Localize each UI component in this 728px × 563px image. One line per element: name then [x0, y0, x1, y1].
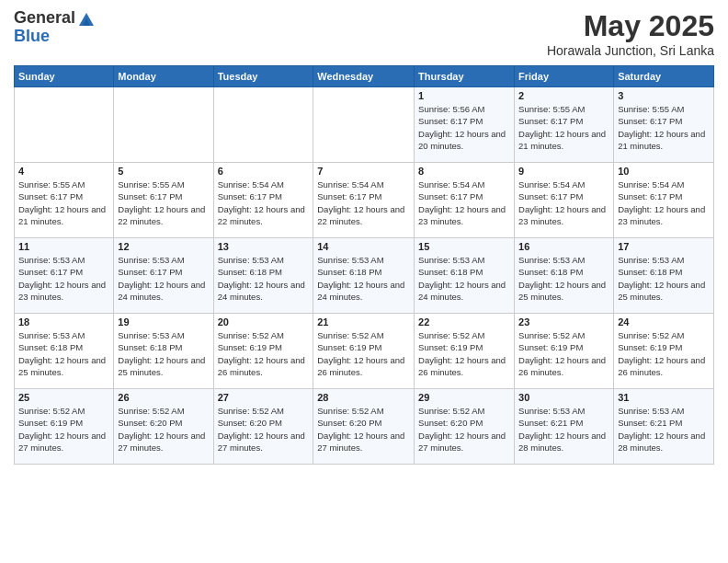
calendar-table: Sunday Monday Tuesday Wednesday Thursday… — [14, 65, 714, 465]
header-saturday: Saturday — [614, 66, 714, 87]
table-row: 18Sunrise: 5:53 AM Sunset: 6:18 PM Dayli… — [15, 314, 114, 389]
table-row: 26Sunrise: 5:52 AM Sunset: 6:20 PM Dayli… — [114, 389, 213, 465]
header-tuesday: Tuesday — [213, 66, 313, 87]
day-info: Sunrise: 5:52 AM Sunset: 6:19 PM Dayligh… — [317, 329, 410, 378]
day-info: Sunrise: 5:52 AM Sunset: 6:19 PM Dayligh… — [18, 405, 109, 454]
day-number: 30 — [518, 392, 609, 403]
logo-text: General Blue — [14, 9, 96, 46]
table-row: 2Sunrise: 5:55 AM Sunset: 6:17 PM Daylig… — [515, 87, 614, 163]
title-block: May 2025 Horawala Junction, Sri Lanka — [547, 9, 714, 58]
day-number: 26 — [118, 392, 209, 403]
day-info: Sunrise: 5:52 AM Sunset: 6:20 PM Dayligh… — [218, 405, 310, 454]
day-number: 13 — [218, 241, 310, 252]
day-info: Sunrise: 5:53 AM Sunset: 6:18 PM Dayligh… — [18, 329, 109, 378]
day-info: Sunrise: 5:54 AM Sunset: 6:17 PM Dayligh… — [317, 178, 410, 227]
table-row: 5Sunrise: 5:55 AM Sunset: 6:17 PM Daylig… — [114, 163, 213, 238]
day-info: Sunrise: 5:53 AM Sunset: 6:17 PM Dayligh… — [118, 254, 209, 303]
table-row — [213, 87, 313, 163]
day-number: 22 — [418, 316, 510, 327]
table-row: 14Sunrise: 5:53 AM Sunset: 6:18 PM Dayli… — [313, 238, 415, 314]
day-number: 9 — [518, 166, 609, 177]
table-row: 8Sunrise: 5:54 AM Sunset: 6:17 PM Daylig… — [415, 163, 515, 238]
page: General Blue May 2025 Horawala Junction,… — [0, 0, 728, 563]
day-number: 18 — [18, 316, 109, 327]
table-row: 6Sunrise: 5:54 AM Sunset: 6:17 PM Daylig… — [213, 163, 313, 238]
table-row: 16Sunrise: 5:53 AM Sunset: 6:18 PM Dayli… — [515, 238, 614, 314]
day-number: 31 — [618, 392, 710, 403]
calendar-week-row: 1Sunrise: 5:56 AM Sunset: 6:17 PM Daylig… — [15, 87, 714, 163]
table-row: 27Sunrise: 5:52 AM Sunset: 6:20 PM Dayli… — [213, 389, 313, 465]
logo-blue: Blue — [14, 28, 96, 46]
day-number: 3 — [618, 90, 710, 101]
day-number: 7 — [317, 166, 410, 177]
day-info: Sunrise: 5:55 AM Sunset: 6:17 PM Dayligh… — [618, 103, 710, 152]
table-row: 11Sunrise: 5:53 AM Sunset: 6:17 PM Dayli… — [15, 238, 114, 314]
day-number: 15 — [418, 241, 510, 252]
table-row: 28Sunrise: 5:52 AM Sunset: 6:20 PM Dayli… — [313, 389, 415, 465]
table-row: 22Sunrise: 5:52 AM Sunset: 6:19 PM Dayli… — [415, 314, 515, 389]
day-number: 23 — [518, 316, 609, 327]
day-info: Sunrise: 5:53 AM Sunset: 6:18 PM Dayligh… — [118, 329, 209, 378]
subtitle: Horawala Junction, Sri Lanka — [547, 43, 714, 58]
header-wednesday: Wednesday — [313, 66, 415, 87]
day-number: 16 — [518, 241, 609, 252]
day-info: Sunrise: 5:54 AM Sunset: 6:17 PM Dayligh… — [418, 178, 510, 227]
day-info: Sunrise: 5:52 AM Sunset: 6:20 PM Dayligh… — [317, 405, 410, 454]
day-number: 10 — [618, 166, 710, 177]
day-number: 17 — [618, 241, 710, 252]
table-row: 7Sunrise: 5:54 AM Sunset: 6:17 PM Daylig… — [313, 163, 415, 238]
day-number: 2 — [518, 90, 609, 101]
calendar-week-row: 18Sunrise: 5:53 AM Sunset: 6:18 PM Dayli… — [15, 314, 714, 389]
table-row: 13Sunrise: 5:53 AM Sunset: 6:18 PM Dayli… — [213, 238, 313, 314]
day-info: Sunrise: 5:52 AM Sunset: 6:20 PM Dayligh… — [418, 405, 510, 454]
day-info: Sunrise: 5:53 AM Sunset: 6:18 PM Dayligh… — [618, 254, 710, 303]
table-row: 9Sunrise: 5:54 AM Sunset: 6:17 PM Daylig… — [515, 163, 614, 238]
table-row: 19Sunrise: 5:53 AM Sunset: 6:18 PM Dayli… — [114, 314, 213, 389]
day-number: 1 — [418, 90, 510, 101]
logo-icon — [77, 9, 96, 28]
table-row: 12Sunrise: 5:53 AM Sunset: 6:17 PM Dayli… — [114, 238, 213, 314]
day-info: Sunrise: 5:53 AM Sunset: 6:21 PM Dayligh… — [618, 405, 710, 454]
day-number: 11 — [18, 241, 109, 252]
day-info: Sunrise: 5:55 AM Sunset: 6:17 PM Dayligh… — [518, 103, 609, 152]
table-row: 10Sunrise: 5:54 AM Sunset: 6:17 PM Dayli… — [614, 163, 714, 238]
day-number: 4 — [18, 166, 109, 177]
table-row — [313, 87, 415, 163]
table-row: 29Sunrise: 5:52 AM Sunset: 6:20 PM Dayli… — [415, 389, 515, 465]
logo-general: General — [14, 9, 75, 28]
day-number: 14 — [317, 241, 410, 252]
calendar-week-row: 4Sunrise: 5:55 AM Sunset: 6:17 PM Daylig… — [15, 163, 714, 238]
day-info: Sunrise: 5:54 AM Sunset: 6:17 PM Dayligh… — [618, 178, 710, 227]
table-row: 31Sunrise: 5:53 AM Sunset: 6:21 PM Dayli… — [614, 389, 714, 465]
header: General Blue May 2025 Horawala Junction,… — [14, 9, 714, 58]
day-info: Sunrise: 5:53 AM Sunset: 6:18 PM Dayligh… — [218, 254, 310, 303]
day-info: Sunrise: 5:54 AM Sunset: 6:17 PM Dayligh… — [518, 178, 609, 227]
day-info: Sunrise: 5:55 AM Sunset: 6:17 PM Dayligh… — [118, 178, 209, 227]
table-row: 21Sunrise: 5:52 AM Sunset: 6:19 PM Dayli… — [313, 314, 415, 389]
header-monday: Monday — [114, 66, 213, 87]
day-number: 21 — [317, 316, 410, 327]
header-friday: Friday — [515, 66, 614, 87]
main-title: May 2025 — [547, 9, 714, 43]
day-number: 28 — [317, 392, 410, 403]
day-info: Sunrise: 5:52 AM Sunset: 6:19 PM Dayligh… — [518, 329, 609, 378]
day-info: Sunrise: 5:53 AM Sunset: 6:17 PM Dayligh… — [18, 254, 109, 303]
calendar-week-row: 11Sunrise: 5:53 AM Sunset: 6:17 PM Dayli… — [15, 238, 714, 314]
table-row: 15Sunrise: 5:53 AM Sunset: 6:18 PM Dayli… — [415, 238, 515, 314]
day-info: Sunrise: 5:53 AM Sunset: 6:18 PM Dayligh… — [518, 254, 609, 303]
day-info: Sunrise: 5:52 AM Sunset: 6:19 PM Dayligh… — [218, 329, 310, 378]
day-info: Sunrise: 5:52 AM Sunset: 6:19 PM Dayligh… — [418, 329, 510, 378]
day-number: 20 — [218, 316, 310, 327]
calendar-week-row: 25Sunrise: 5:52 AM Sunset: 6:19 PM Dayli… — [15, 389, 714, 465]
day-number: 24 — [618, 316, 710, 327]
header-sunday: Sunday — [15, 66, 114, 87]
day-info: Sunrise: 5:53 AM Sunset: 6:21 PM Dayligh… — [518, 405, 609, 454]
table-row — [15, 87, 114, 163]
day-number: 25 — [18, 392, 109, 403]
table-row: 1Sunrise: 5:56 AM Sunset: 6:17 PM Daylig… — [415, 87, 515, 163]
day-info: Sunrise: 5:52 AM Sunset: 6:20 PM Dayligh… — [118, 405, 209, 454]
table-row: 23Sunrise: 5:52 AM Sunset: 6:19 PM Dayli… — [515, 314, 614, 389]
logo: General Blue — [14, 9, 96, 46]
table-row: 30Sunrise: 5:53 AM Sunset: 6:21 PM Dayli… — [515, 389, 614, 465]
table-row: 25Sunrise: 5:52 AM Sunset: 6:19 PM Dayli… — [15, 389, 114, 465]
